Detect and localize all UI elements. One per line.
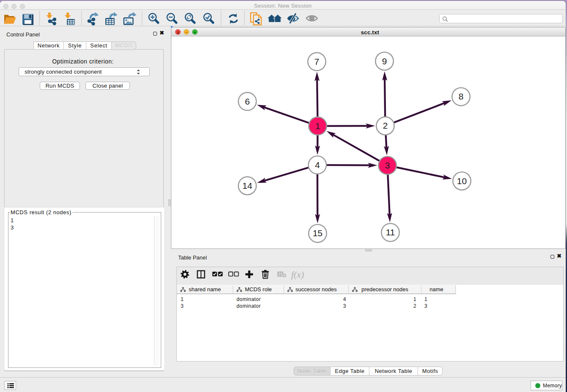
svg-text:4: 4 (315, 160, 320, 170)
svg-text:10: 10 (457, 176, 467, 186)
svg-text:7: 7 (314, 57, 319, 66)
svg-text:8: 8 (459, 91, 464, 101)
svg-text:6: 6 (245, 97, 250, 106)
svg-text:2: 2 (383, 121, 388, 130)
svg-text:15: 15 (313, 228, 322, 238)
svg-text:11: 11 (386, 227, 395, 237)
svg-text:1: 1 (315, 121, 320, 131)
svg-text:3: 3 (385, 160, 390, 170)
svg-text:9: 9 (382, 56, 387, 66)
svg-text:14: 14 (242, 181, 253, 190)
